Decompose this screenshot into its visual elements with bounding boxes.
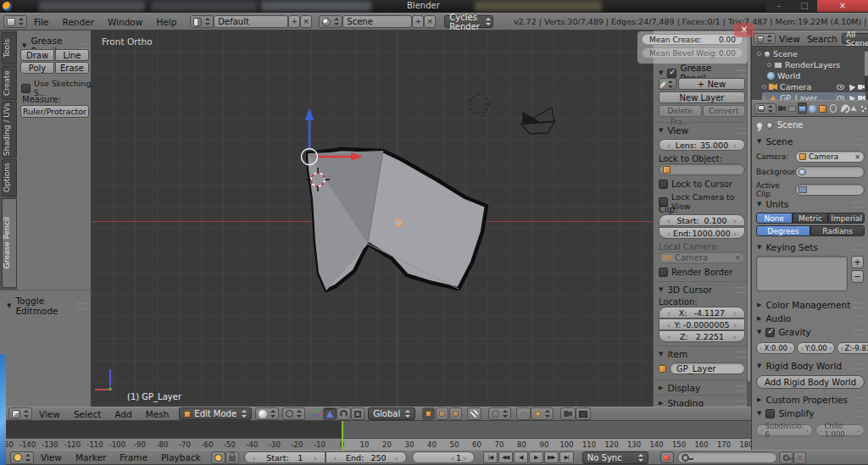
layout-delete-button[interactable]: × xyxy=(300,15,312,28)
clear-icon[interactable]: × xyxy=(854,153,860,161)
3d-viewport[interactable]: Front Ortho (1) GP_Layer xyxy=(92,30,653,407)
gravity-x-field[interactable]: X:0.00 xyxy=(756,342,795,354)
gp-line-button[interactable]: Line xyxy=(55,49,89,61)
gp-poly-button[interactable]: Poly xyxy=(20,62,54,74)
tl-menu-frame[interactable]: Frame xyxy=(113,452,154,462)
frame-start-field[interactable]: Start:1 xyxy=(244,451,326,463)
panel-grip[interactable] xyxy=(735,128,747,134)
vp-menu-view[interactable]: View xyxy=(32,409,67,419)
tab-render-layers[interactable] xyxy=(787,102,797,114)
gravity-y-field[interactable]: Y:0.00 xyxy=(797,342,835,354)
tab-constraints[interactable] xyxy=(829,102,838,114)
panel-header-color-management[interactable]: Color Management xyxy=(757,300,864,310)
viewport-editor-menu[interactable] xyxy=(8,407,32,420)
panel-grip[interactable] xyxy=(852,245,864,251)
cursor-y-field[interactable]: Y:-0.0000005 xyxy=(659,318,745,330)
menu-window[interactable]: Window xyxy=(101,17,149,27)
simplify-checkbox[interactable] xyxy=(765,409,775,418)
scene-add-button[interactable]: + xyxy=(412,15,424,28)
panel-grip[interactable] xyxy=(852,316,864,322)
auto-keyframe-button[interactable] xyxy=(660,451,674,463)
panel-header-view[interactable]: View xyxy=(659,125,747,136)
menu-help[interactable]: Help xyxy=(149,17,183,27)
manipulator-scale-button[interactable] xyxy=(351,407,364,420)
scene-name-field[interactable]: Scene xyxy=(342,15,412,28)
scene-delete-button[interactable]: × xyxy=(424,15,436,28)
gp-new-layer-button[interactable]: New Layer xyxy=(659,91,745,103)
snap-toggle-button[interactable] xyxy=(516,407,531,420)
tab-physics[interactable] xyxy=(860,102,868,114)
layout-add-button[interactable]: + xyxy=(288,15,300,28)
outliner-filter-select[interactable]: All Scenes xyxy=(842,33,868,44)
gp-erase-button[interactable]: Erase xyxy=(55,62,89,74)
selectability-toggle-icon[interactable] xyxy=(847,82,856,91)
outliner-item-scene[interactable]: Scene xyxy=(757,48,798,59)
gp-delete-frame-button[interactable]: Delete Fra... xyxy=(659,105,702,117)
mode-select[interactable]: Edit Mode xyxy=(179,407,252,420)
gravity-checkbox[interactable] xyxy=(765,328,775,337)
panel-grip[interactable] xyxy=(79,43,88,49)
units-metric-button[interactable]: Metric xyxy=(793,213,829,224)
lock-frame-range-button[interactable] xyxy=(225,451,239,464)
clip-start-field[interactable]: Start:0.100 xyxy=(659,214,745,226)
use-preview-range-button[interactable] xyxy=(211,451,225,464)
outliner-menu-view[interactable]: View xyxy=(776,34,804,44)
timeline-canvas[interactable]: -150-140-130-120-110-100-90-80-70-60-50-… xyxy=(0,421,751,450)
timeline-ruler-ticks[interactable]: -150-140-130-120-110-100-90-80-70-60-50-… xyxy=(0,438,751,450)
render-border-checkbox[interactable] xyxy=(659,268,668,277)
tl-menu-marker[interactable]: Marker xyxy=(69,452,113,462)
cursor-x-field[interactable]: X:-4.1127 xyxy=(659,307,745,318)
panel-grip[interactable] xyxy=(735,385,747,391)
play-reverse-button[interactable]: ◀ xyxy=(514,451,528,463)
simplify-child-field[interactable]: Child: 1.000 xyxy=(815,424,865,436)
render-engine-select[interactable]: Cycles Render xyxy=(444,15,493,28)
tab-create[interactable]: Create xyxy=(2,66,17,100)
properties-editor-menu[interactable] xyxy=(754,103,776,114)
sync-mode-select[interactable]: No Sync xyxy=(582,451,648,464)
edge-select-mode-button[interactable] xyxy=(436,407,448,420)
panel-grip[interactable] xyxy=(852,397,864,403)
panel-header-gravity[interactable]: Gravity xyxy=(757,327,864,337)
outliner-menu-search[interactable]: Search xyxy=(804,34,841,44)
tab-grease-pencil[interactable]: Grease Pencil xyxy=(2,198,17,288)
units-degrees-button[interactable]: Degrees xyxy=(756,225,810,236)
local-camera-field[interactable]: Camera × xyxy=(659,252,745,263)
cursor-z-field[interactable]: Z:2.2251 xyxy=(659,330,745,342)
vp-menu-add[interactable]: Add xyxy=(108,409,138,419)
panel-header-toggle-editmode[interactable]: Toggle Editmode xyxy=(7,296,86,316)
pivot-point-select[interactable] xyxy=(282,407,305,420)
item-name-field[interactable]: GP_Layer xyxy=(670,363,745,374)
panel-header-audio[interactable]: Audio xyxy=(757,313,864,324)
layout-browse-button[interactable] xyxy=(190,15,214,28)
mean-bevel-weight-slider[interactable]: Mean Bevel Weig:0.00 xyxy=(642,47,743,58)
outliner-editor-menu[interactable] xyxy=(754,33,776,44)
panel-grip[interactable] xyxy=(76,303,86,309)
play-button[interactable]: ▶ xyxy=(529,451,543,463)
outliner-item-world[interactable]: World xyxy=(767,70,800,81)
panel-header-rigid-body[interactable]: Rigid Body World xyxy=(757,361,864,371)
panel-header-custom-properties[interactable]: Custom Properties xyxy=(757,395,864,405)
panel-grip[interactable] xyxy=(735,401,747,407)
expand-icon[interactable] xyxy=(762,85,766,89)
gp-datablock-menu[interactable] xyxy=(659,78,676,90)
panel-grip[interactable] xyxy=(735,352,747,357)
proportional-edit-select[interactable] xyxy=(488,407,511,420)
fading-close-button[interactable]: × xyxy=(734,23,754,37)
units-none-button[interactable]: None xyxy=(756,213,793,224)
scene-camera-field[interactable]: Camera × xyxy=(795,151,865,163)
timeline-editor-menu[interactable] xyxy=(10,451,34,464)
manipulator-axis-icon[interactable] xyxy=(312,408,323,419)
tab-shading-uvs[interactable]: Shading / UVs xyxy=(2,102,17,158)
menu-file[interactable]: File xyxy=(27,17,56,27)
expand-icon[interactable] xyxy=(757,52,761,56)
tab-scene[interactable] xyxy=(798,102,807,114)
delete-keyframes-button[interactable]: × xyxy=(793,451,807,464)
clear-icon[interactable]: × xyxy=(734,253,741,262)
editor-type-menu[interactable] xyxy=(3,15,27,28)
panel-header-scene[interactable]: Scene xyxy=(757,136,864,147)
expand-icon[interactable] xyxy=(767,63,771,67)
menu-render[interactable]: Render xyxy=(56,17,101,27)
tab-options[interactable]: Options xyxy=(2,159,17,197)
gp-new-button[interactable]: + New xyxy=(678,78,745,90)
gravity-z-field[interactable]: Z:-9.81 xyxy=(837,342,868,354)
